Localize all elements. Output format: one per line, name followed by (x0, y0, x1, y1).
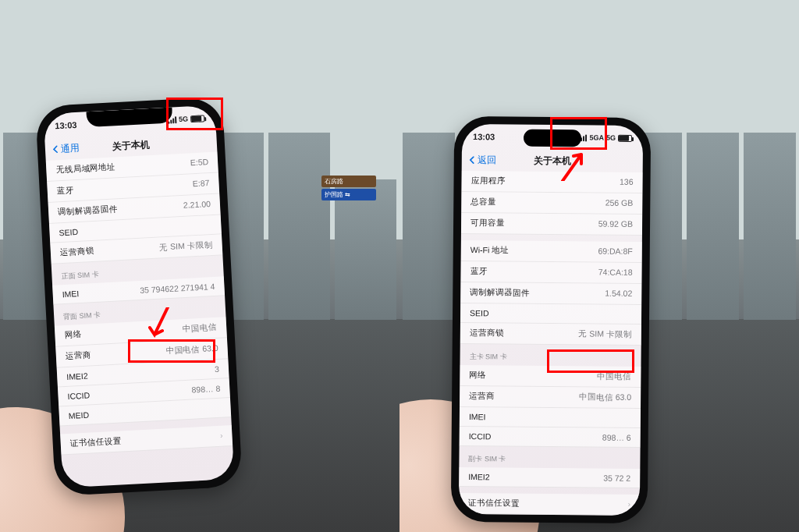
row-seid[interactable]: SEID (460, 303, 641, 325)
section-primary-sim: 主卡 SIM 卡 (460, 344, 641, 367)
road-sign: 石房路 护国路 ⇆ (321, 176, 376, 200)
status-time: 13:03 (55, 120, 77, 130)
group-general: 无线局域网地址E:5D 蓝牙E:87 调制解调器固件2.21.00 SEID 运… (46, 151, 223, 264)
row-carrier[interactable]: 运营商中国电信 63.0 (460, 386, 641, 409)
screen-right[interactable]: 13:03 5GA 5G 返回 关于本机 应用程序136 总容量256 GB 可… (459, 124, 643, 516)
row-network[interactable]: 网络中国电信 (460, 365, 641, 388)
network-label-b: 5G (606, 134, 616, 142)
row-imei2[interactable]: IMEI235 72 2 (459, 467, 640, 488)
row-total-capacity[interactable]: 总容量256 GB (461, 192, 642, 215)
battery-icon (618, 134, 632, 141)
row-iccid[interactable]: ICCID898… 6 (460, 427, 641, 448)
row-cert-trust[interactable]: 证书信任设置 › (459, 493, 640, 516)
settings-list-left[interactable]: 无线局域网地址E:5D 蓝牙E:87 调制解调器固件2.21.00 SEID 运… (46, 151, 233, 455)
back-button[interactable]: 通用 (51, 141, 80, 156)
page-title: 关于本机 (534, 154, 571, 167)
road-sign-line1: 石房路 (321, 176, 376, 187)
row-wifi-mac[interactable]: Wi-Fi 地址69:DA:8F (461, 240, 642, 263)
row-modem-fw[interactable]: 调制解调器固件1.54.02 (460, 282, 641, 305)
back-label: 通用 (61, 141, 80, 155)
back-label: 返回 (478, 154, 496, 167)
row-available-capacity[interactable]: 可用容量59.92 GB (461, 213, 642, 236)
battery-icon (190, 115, 204, 122)
settings-list-right[interactable]: 应用程序136 总容量256 GB 可用容量59.92 GB Wi-Fi 地址6… (459, 171, 643, 516)
screen-left[interactable]: 13:03 5G 通用 关于本机 无线局域网地址E:5D 蓝牙E:87 (44, 105, 235, 488)
chevron-left-icon (468, 156, 476, 164)
right-photo: 13:03 5GA 5G 返回 关于本机 应用程序136 总容量256 GB 可… (400, 0, 799, 532)
page-title: 关于本机 (112, 138, 150, 153)
phone-left: 13:03 5G 通用 关于本机 无线局域网地址E:5D 蓝牙E:87 (35, 97, 243, 496)
status-time: 13:03 (473, 132, 495, 141)
nav-header-right: 返回 关于本机 (462, 149, 643, 172)
dynamic-island (524, 129, 581, 147)
row-apps[interactable]: 应用程序136 (461, 171, 642, 193)
row-carrier-lock[interactable]: 运营商锁无 SIM 卡限制 (460, 323, 641, 346)
network-label-a: 5GA (589, 133, 604, 141)
back-button[interactable]: 返回 (468, 154, 496, 167)
network-label: 5G (179, 115, 189, 123)
section-secondary-sim: 副卡 SIM 卡 (459, 446, 640, 469)
chevron-right-icon: › (627, 499, 630, 510)
phone-right: 13:03 5GA 5G 返回 关于本机 应用程序136 总容量256 GB 可… (451, 116, 652, 523)
chevron-right-icon: › (220, 431, 223, 442)
row-bluetooth[interactable]: 蓝牙74:CA:18 (460, 261, 641, 284)
chevron-left-icon (51, 145, 60, 154)
row-imei[interactable]: IMEI (460, 407, 641, 428)
left-photo: 石房路 护国路 ⇆ 13:03 5G 通用 关于本机 (0, 0, 400, 532)
road-sign-line2: 护国路 ⇆ (321, 189, 376, 200)
